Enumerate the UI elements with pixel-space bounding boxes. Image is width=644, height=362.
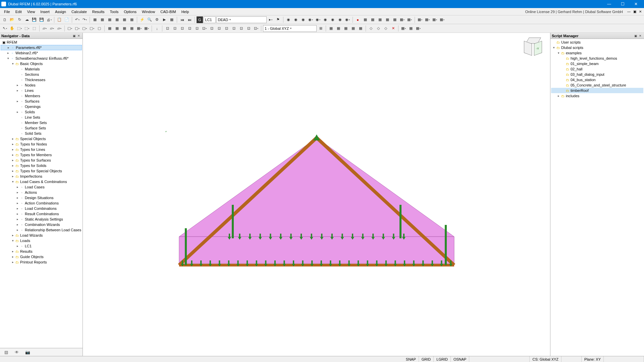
menu-file[interactable]: File (1, 9, 13, 14)
load-case-code[interactable]: LC1 (204, 16, 216, 23)
view-h-icon[interactable]: ◉ (337, 16, 343, 23)
panel-close-icon[interactable]: ✕ (638, 34, 643, 38)
node-examples[interactable]: ▾ 🗀 examples (551, 50, 643, 56)
nav-group[interactable]: ▸🗀Printout Reports (1, 259, 82, 265)
tool-p-icon[interactable]: ▦ (406, 16, 413, 23)
mod-f-icon[interactable]: ▦ (143, 25, 150, 32)
collapse-icon[interactable]: ▾ (6, 57, 10, 60)
collapse-icon[interactable]: ▾ (552, 46, 556, 49)
render-4-icon[interactable]: ▦ (114, 16, 120, 23)
print-icon[interactable]: 🖨 (46, 16, 52, 23)
expand-icon[interactable]: ▸ (11, 148, 15, 151)
expand-icon[interactable]: ▸ (15, 185, 19, 189)
draw-a-icon[interactable]: ▱ (41, 25, 48, 32)
obj-d-icon[interactable]: ▢ (89, 25, 95, 32)
menu-results[interactable]: Results (90, 9, 107, 14)
basic-object-item[interactable]: ▫Member Sets (1, 120, 82, 125)
panel-pin-icon[interactable]: ▣ (633, 34, 638, 38)
snap-c-icon[interactable]: ⊡ (179, 25, 185, 32)
grid-b-icon[interactable]: ▦ (335, 25, 342, 32)
calc-table-icon[interactable]: ▦ (168, 16, 175, 23)
loadcomb-item[interactable]: ▸▫Action Combinations (1, 200, 82, 206)
expand-icon[interactable]: ▸ (15, 244, 19, 248)
load-lc1[interactable]: ▸ ▫ LC1 (1, 243, 82, 249)
view-e-icon[interactable]: ◉ (315, 16, 321, 23)
load-case-name-combo[interactable]: DEAD▾ (216, 16, 267, 23)
basic-object-item[interactable]: ▫Sections (1, 72, 82, 77)
mod-c-icon[interactable]: ▦ (121, 25, 128, 32)
expand-icon[interactable]: ▸ (15, 100, 19, 103)
save-all-icon[interactable]: 💾 (38, 16, 45, 23)
grid-d-icon[interactable]: ▦ (350, 25, 357, 32)
view-cube[interactable]: -Y (524, 38, 543, 57)
ax-b-icon[interactable]: ◇ (375, 25, 382, 32)
view-a-icon[interactable]: ◉ (285, 16, 292, 23)
collapse-icon[interactable]: ▾ (11, 62, 15, 65)
menu-tools[interactable]: Tools (107, 9, 121, 14)
mod-b-icon[interactable]: ▦ (114, 25, 120, 32)
snap-d-icon[interactable]: ⊡ (186, 25, 193, 32)
cs-a-icon[interactable]: ⊞ (317, 25, 324, 32)
copy-icon[interactable]: 📋 (56, 16, 63, 23)
loadcomb-item[interactable]: ▸▫Actions (1, 190, 82, 195)
sel-c-icon[interactable]: ⬚ (16, 25, 23, 32)
script-example[interactable]: 🗀timberRoof (551, 88, 643, 93)
nav-group[interactable]: ▸🗀Guide Objects (1, 254, 82, 259)
menu-calculate[interactable]: Calculate (69, 9, 90, 14)
mod-a-icon[interactable]: ▦ (106, 25, 113, 32)
panel-pin-icon[interactable]: ▣ (72, 34, 76, 38)
view-c-icon[interactable]: ◉ (300, 16, 307, 23)
expand-icon[interactable]: ▸ (11, 159, 15, 162)
nav-group[interactable]: ▸🗀Imperfections (1, 174, 82, 179)
view-f-icon[interactable]: ◉ (322, 16, 329, 23)
file-schwalben[interactable]: ▾ ▫ Schwalbenschwanz Einfluss.rf6* (1, 56, 82, 61)
file-webinar2[interactable]: ▸ ▫ Webinar2.rf6* (1, 50, 82, 56)
nav-group[interactable]: ▸🗀Types for Solids (1, 163, 82, 168)
nav-group[interactable]: ▸🗀Special Objects (1, 136, 82, 141)
obj-e-icon[interactable]: ▢ (96, 25, 103, 32)
lc-opt-icon[interactable]: ▸ (267, 16, 274, 23)
menu-view[interactable]: View (24, 9, 38, 14)
loadcomb-item[interactable]: ▸▫Load Combinations (1, 206, 82, 211)
script-example[interactable]: 🗀high_level_functions_demos (551, 56, 643, 61)
loadcomb-item[interactable]: ▸▫Result Combinations (1, 211, 82, 217)
script-example[interactable]: 🗀02_hall (551, 66, 643, 72)
expand-icon[interactable]: ▸ (11, 175, 15, 178)
nav-group[interactable]: ▸🗀Types for Special Objects (1, 168, 82, 174)
render-2-icon[interactable]: ▦ (99, 16, 106, 23)
tool-o-icon[interactable]: ▦ (399, 16, 406, 23)
disp-a-icon[interactable]: ▦ (417, 16, 423, 23)
menu-edit[interactable]: Edit (13, 9, 24, 14)
expand-icon[interactable]: ▸ (15, 83, 19, 87)
cloud-icon[interactable]: ☁ (23, 16, 30, 23)
tree-root[interactable]: ▣ RFEM (1, 40, 82, 45)
calc-bolt-icon[interactable]: ⚡ (139, 16, 146, 23)
menu-insert[interactable]: Insert (38, 9, 52, 14)
expand-icon[interactable]: ▸ (15, 228, 19, 232)
snap-m-icon[interactable]: ⊡ (253, 25, 259, 32)
expand-icon[interactable]: ▸ (6, 46, 10, 49)
loadcomb-item[interactable]: ▸▫Relationship Between Load Cases (1, 227, 82, 233)
snap-f-icon[interactable]: ⊡ (201, 25, 208, 32)
collapse-icon[interactable]: ▾ (11, 239, 15, 242)
render-1-icon[interactable]: ▦ (92, 16, 98, 23)
new-file-icon[interactable]: 🗋 (1, 16, 8, 23)
nav-group[interactable]: ▸🗀Results (1, 249, 82, 254)
cancel-x-icon[interactable]: ✕ (390, 25, 396, 32)
menu-assign[interactable]: Assign (52, 9, 69, 14)
grid-c-icon[interactable]: ▦ (342, 25, 349, 32)
tool-red-icon[interactable]: ● (355, 16, 361, 23)
script-example[interactable]: 🗀05_Concrete_and_steel_structure (551, 82, 643, 88)
group-load-wizards[interactable]: ▸ 🗀 Load Wizards (1, 233, 82, 238)
panel-close-icon[interactable]: ✕ (76, 34, 81, 38)
tool-n-icon[interactable]: ▦ (391, 16, 398, 23)
calc-gear-icon[interactable]: ⚙ (154, 16, 160, 23)
nav-group[interactable]: ▸🗀Types for Nodes (1, 141, 82, 147)
status-grid[interactable]: GRID (419, 356, 434, 362)
nav-group[interactable]: ▸🗀Types for Surfaces (1, 158, 82, 163)
view-b-icon[interactable]: ◉ (292, 16, 299, 23)
grid-a-icon[interactable]: ▦ (328, 25, 334, 32)
basic-object-item[interactable]: ▫Line Sets (1, 115, 82, 120)
expand-icon[interactable]: ▸ (15, 191, 19, 194)
loadcomb-item[interactable]: ▸▫Combination Wizards (1, 222, 82, 227)
